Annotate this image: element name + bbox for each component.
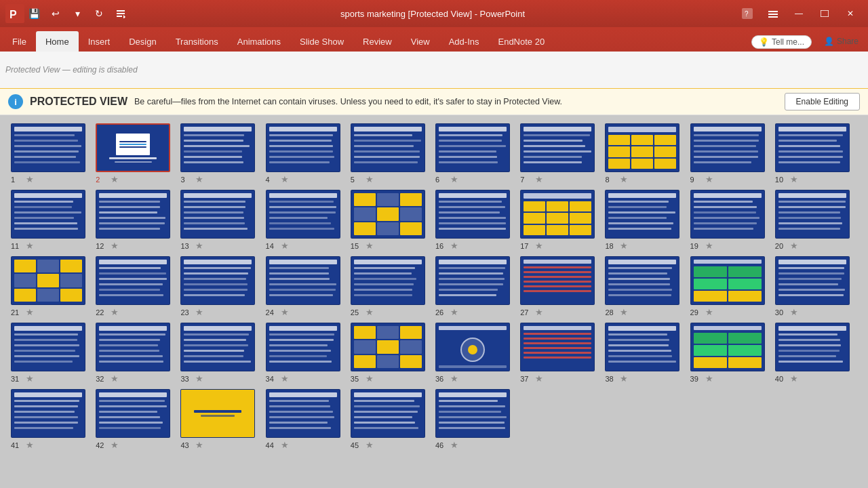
slide-thumbnail[interactable] bbox=[266, 323, 340, 371]
slide-item[interactable]: 12 ★ bbox=[96, 190, 178, 251]
customize-button[interactable] bbox=[111, 4, 130, 23]
slide-star-icon[interactable]: ★ bbox=[111, 307, 119, 317]
slide-star-icon[interactable]: ★ bbox=[535, 307, 543, 317]
slide-star-icon[interactable]: ★ bbox=[366, 307, 374, 317]
slide-star-icon[interactable]: ★ bbox=[535, 241, 543, 251]
slide-thumbnail[interactable] bbox=[775, 190, 850, 239]
slide-star-icon[interactable]: ★ bbox=[281, 241, 289, 251]
help-button[interactable]: ? bbox=[735, 4, 760, 23]
slide-star-icon[interactable]: ★ bbox=[281, 307, 289, 317]
slide-thumbnail[interactable] bbox=[520, 323, 595, 371]
slide-star-icon[interactable]: ★ bbox=[111, 241, 119, 251]
slide-item[interactable]: 44 ★ bbox=[266, 389, 348, 450]
slide-item[interactable]: 34 ★ bbox=[266, 323, 348, 384]
slide-item[interactable]: 35 ★ bbox=[351, 323, 433, 384]
slide-thumbnail[interactable] bbox=[96, 389, 170, 438]
slide-item[interactable]: 22 ★ bbox=[96, 256, 178, 317]
slide-item[interactable]: 39 ★ bbox=[690, 323, 772, 384]
slide-star-icon[interactable]: ★ bbox=[790, 307, 798, 317]
slide-thumbnail[interactable] bbox=[690, 256, 765, 305]
tab-slideshow[interactable]: Slide Show bbox=[290, 31, 353, 52]
slide-star-icon[interactable]: ★ bbox=[705, 174, 713, 184]
slide-thumbnail[interactable] bbox=[11, 256, 85, 305]
slide-star-icon[interactable]: ★ bbox=[195, 307, 203, 317]
slide-item[interactable]: 6 ★ bbox=[435, 123, 517, 184]
slide-item[interactable]: 17 ★ bbox=[520, 190, 602, 251]
slide-thumbnail[interactable] bbox=[435, 190, 510, 239]
slide-item[interactable]: 14 ★ bbox=[266, 190, 348, 251]
slide-thumbnail[interactable] bbox=[605, 323, 679, 371]
slide-star-icon[interactable]: ★ bbox=[281, 373, 289, 384]
slide-star-icon[interactable]: ★ bbox=[281, 174, 289, 184]
slide-star-icon[interactable]: ★ bbox=[26, 241, 34, 251]
slide-item[interactable]: 7 ★ bbox=[520, 123, 602, 184]
undo-button[interactable]: ↩ bbox=[46, 4, 65, 23]
slide-item[interactable]: 37 ★ bbox=[520, 323, 602, 384]
slide-star-icon[interactable]: ★ bbox=[450, 440, 458, 450]
slide-star-icon[interactable]: ★ bbox=[281, 440, 289, 450]
slide-item[interactable]: 11 ★ bbox=[11, 190, 93, 251]
slide-item[interactable]: 21 ★ bbox=[11, 256, 93, 317]
slide-item[interactable]: 10 ★ bbox=[775, 123, 857, 184]
slide-star-icon[interactable]: ★ bbox=[366, 440, 374, 450]
slide-star-icon[interactable]: ★ bbox=[790, 241, 798, 251]
slide-thumbnail[interactable] bbox=[11, 190, 85, 239]
slide-item[interactable]: 16 ★ bbox=[435, 190, 517, 251]
slide-star-icon[interactable]: ★ bbox=[705, 241, 713, 251]
slide-star-icon[interactable]: ★ bbox=[26, 174, 34, 184]
tab-animations[interactable]: Animations bbox=[228, 31, 290, 52]
slide-thumbnail[interactable] bbox=[351, 389, 425, 438]
slide-item[interactable]: 38 ★ bbox=[605, 323, 687, 384]
slide-star-icon[interactable]: ★ bbox=[111, 440, 119, 450]
slide-star-icon[interactable]: ★ bbox=[26, 440, 34, 450]
tab-review[interactable]: Review bbox=[353, 31, 401, 52]
slide-star-icon[interactable]: ★ bbox=[620, 174, 628, 184]
slide-item[interactable]: 19 ★ bbox=[690, 190, 772, 251]
slide-item[interactable]: 32 ★ bbox=[96, 323, 178, 384]
undo-dropdown[interactable]: ▾ bbox=[68, 4, 87, 23]
tab-endnote[interactable]: EndNote 20 bbox=[488, 31, 554, 52]
slide-thumbnail[interactable] bbox=[775, 256, 850, 305]
slide-star-icon[interactable]: ★ bbox=[195, 174, 203, 184]
close-button[interactable]: ✕ bbox=[838, 4, 863, 23]
slide-star-icon[interactable]: ★ bbox=[111, 174, 119, 184]
slide-item[interactable]: 43 ★ bbox=[180, 389, 262, 450]
tab-insert[interactable]: Insert bbox=[79, 31, 120, 52]
slide-thumbnail[interactable] bbox=[96, 190, 170, 239]
slide-item[interactable]: 3 ★ bbox=[180, 123, 262, 184]
slide-item[interactable]: 40 ★ bbox=[775, 323, 857, 384]
slide-thumbnail[interactable] bbox=[11, 323, 85, 371]
slide-item[interactable]: 20 ★ bbox=[775, 190, 857, 251]
slide-star-icon[interactable]: ★ bbox=[366, 373, 374, 384]
maximize-button[interactable] bbox=[812, 4, 837, 23]
slide-thumbnail[interactable] bbox=[690, 123, 765, 172]
slide-thumbnail[interactable] bbox=[435, 256, 510, 305]
slide-thumbnail[interactable] bbox=[435, 389, 510, 438]
slide-thumbnail[interactable] bbox=[96, 323, 170, 371]
slide-item[interactable]: 9 ★ bbox=[690, 123, 772, 184]
slide-thumbnail[interactable] bbox=[775, 323, 850, 371]
slide-thumbnail[interactable] bbox=[180, 123, 255, 172]
slide-star-icon[interactable]: ★ bbox=[705, 373, 713, 384]
ribbon-display-button[interactable] bbox=[761, 4, 785, 23]
slide-thumbnail[interactable] bbox=[775, 123, 850, 172]
slide-thumbnail[interactable] bbox=[266, 256, 340, 305]
slide-item[interactable]: 1 ★ bbox=[11, 123, 93, 184]
slide-star-icon[interactable]: ★ bbox=[26, 307, 34, 317]
slide-thumbnail[interactable] bbox=[520, 190, 595, 239]
slide-thumbnail[interactable] bbox=[266, 190, 340, 239]
slide-thumbnail[interactable] bbox=[520, 256, 595, 305]
slide-item[interactable]: 41 ★ bbox=[11, 389, 93, 450]
slide-thumbnail[interactable] bbox=[605, 256, 679, 305]
slide-star-icon[interactable]: ★ bbox=[195, 440, 203, 450]
slide-thumbnail[interactable] bbox=[11, 389, 85, 438]
slide-thumbnail[interactable] bbox=[96, 256, 170, 305]
slide-star-icon[interactable]: ★ bbox=[450, 174, 458, 184]
slide-thumbnail[interactable] bbox=[351, 123, 425, 172]
slide-star-icon[interactable]: ★ bbox=[535, 174, 543, 184]
slide-thumbnail[interactable] bbox=[180, 190, 255, 239]
slide-item[interactable]: 25 ★ bbox=[351, 256, 433, 317]
slide-star-icon[interactable]: ★ bbox=[195, 241, 203, 251]
tell-me-input[interactable]: 💡 Tell me... bbox=[751, 35, 812, 49]
slide-item[interactable]: 33 ★ bbox=[180, 323, 262, 384]
